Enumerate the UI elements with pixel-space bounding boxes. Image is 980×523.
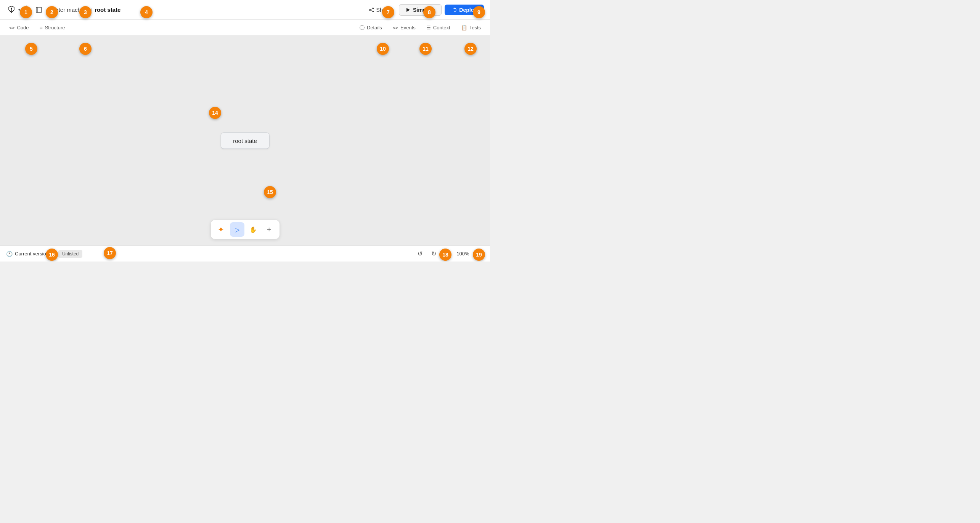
deploy-label: Deploy — [459, 7, 477, 13]
add-icon: + — [267, 225, 272, 234]
tab-context[interactable]: ☰ Context — [422, 22, 455, 33]
tab-events[interactable]: <> Events — [388, 22, 420, 33]
zoom-controls: ↺ ↻ ⛶ 100% ? — [414, 249, 484, 259]
tests-label: Tests — [469, 25, 481, 30]
structure-icon: ≡ — [40, 25, 43, 31]
svg-point-3 — [372, 8, 373, 9]
tests-icon: 📋 — [461, 25, 467, 30]
pan-icon: ✋ — [249, 226, 257, 233]
deploy-icon — [451, 7, 457, 13]
sidebar-toggle-button[interactable] — [33, 4, 45, 16]
redo-icon: ↻ — [431, 250, 436, 257]
top-nav: ▾ Starter machine / root state Share Sim… — [0, 0, 490, 20]
simulate-icon — [405, 7, 411, 13]
details-icon: ⓘ — [360, 24, 365, 31]
select-tool-button[interactable]: ▷ — [230, 222, 244, 237]
events-label: Events — [400, 25, 416, 30]
zoom-level: 100% — [456, 251, 470, 257]
breadcrumb: Starter machine / root state — [48, 6, 120, 13]
canvas-area[interactable]: root state ✦ ▷ ✋ + — [0, 36, 490, 245]
ai-icon: ✦ — [218, 225, 224, 234]
sidebar-icon — [35, 6, 42, 13]
structure-label: Structure — [45, 25, 65, 30]
redo-button[interactable]: ↻ — [428, 249, 439, 259]
svg-point-0 — [11, 8, 12, 9]
share-icon — [369, 7, 374, 13]
events-icon: <> — [393, 25, 398, 30]
add-tool-button[interactable]: + — [262, 222, 276, 237]
logo-area[interactable]: ▾ — [6, 5, 20, 15]
fullscreen-icon: ⛶ — [444, 250, 450, 257]
context-icon: ☰ — [426, 25, 431, 30]
code-icon: <> — [9, 25, 14, 30]
details-label: Details — [367, 25, 382, 30]
svg-point-5 — [372, 11, 373, 12]
share-label: Share — [376, 7, 390, 13]
svg-marker-8 — [406, 8, 410, 12]
help-icon: ? — [477, 251, 480, 257]
breadcrumb-current: root state — [95, 6, 120, 13]
version-chevron: ▾ — [51, 251, 54, 257]
logo-icon — [6, 5, 17, 15]
simulate-button[interactable]: Simulate — [399, 4, 442, 16]
simulate-label: Simulate — [413, 7, 435, 13]
context-label: Context — [433, 25, 450, 30]
state-node-label: root state — [233, 138, 257, 144]
secondary-nav: <> Code ≡ Structure ⓘ Details <> Events … — [0, 20, 490, 36]
pan-tool-button[interactable]: ✋ — [246, 222, 260, 237]
code-label: Code — [17, 25, 29, 30]
bottom-bar: 🕐 Current version ▾ Unlisted ↺ ↻ ⛶ 100% … — [0, 245, 490, 262]
tab-details[interactable]: ⓘ Details — [355, 22, 387, 34]
svg-point-4 — [369, 9, 370, 10]
version-button[interactable]: 🕐 Current version ▾ — [6, 251, 54, 257]
tab-tests[interactable]: 📋 Tests — [456, 22, 485, 33]
svg-line-6 — [370, 8, 372, 9]
deploy-button[interactable]: Deploy — [445, 5, 484, 15]
unlisted-badge: Unlisted — [58, 250, 82, 258]
svg-rect-1 — [36, 7, 42, 13]
breadcrumb-separator: / — [91, 6, 92, 13]
breadcrumb-parent[interactable]: Starter machine — [48, 6, 88, 13]
ai-tool-button[interactable]: ✦ — [214, 222, 228, 237]
undo-button[interactable]: ↺ — [414, 249, 425, 259]
tab-structure[interactable]: ≡ Structure — [35, 22, 70, 33]
svg-line-7 — [370, 10, 372, 11]
version-clock-icon: 🕐 — [6, 251, 13, 257]
fullscreen-button[interactable]: ⛶ — [442, 249, 453, 259]
root-state-node[interactable]: root state — [220, 133, 270, 149]
version-label: Current version — [15, 251, 49, 257]
logo-chevron: ▾ — [18, 8, 20, 12]
nav-divider-1 — [26, 5, 27, 14]
canvas-toolbar: ✦ ▷ ✋ + — [210, 220, 280, 239]
help-button[interactable]: ? — [473, 249, 484, 259]
undo-icon: ↺ — [418, 250, 423, 257]
select-icon: ▷ — [235, 226, 239, 233]
right-tabs: ⓘ Details <> Events ☰ Context 📋 Tests — [355, 22, 485, 34]
tab-code[interactable]: <> Code — [5, 22, 34, 33]
share-button[interactable]: Share — [363, 5, 396, 15]
